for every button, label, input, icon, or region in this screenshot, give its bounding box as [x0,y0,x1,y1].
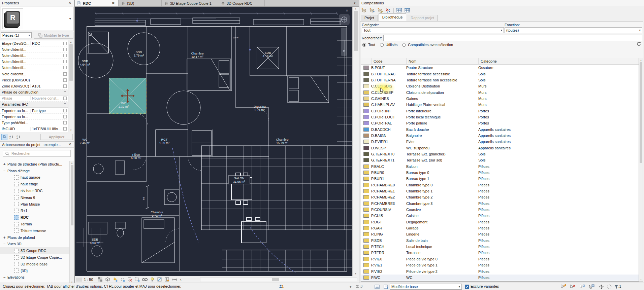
tree-item[interactable]: +Plans de structure (Plan structu... [0,161,69,168]
visual-style-icon[interactable] [97,277,104,282]
collapse-chevron-icon[interactable]: ^^ [64,90,68,94]
tree-item[interactable]: 3D Coupe RDC [0,247,69,254]
refresh-icon[interactable] [637,42,641,47]
composition-row[interactable]: C.CLOISSEPCloisons de séparationMurs [361,89,639,95]
background-process-icon[interactable] [606,284,612,289]
scrollbar-thumb[interactable] [354,11,358,51]
collapse-chevron-icon[interactable]: ^^ [64,103,68,106]
associate-parameter-box[interactable] [63,60,67,63]
associate-parameter-box[interactable] [63,97,67,100]
property-row[interactable]: IfcGUID1cFFB9UHH8Iv... [0,126,68,132]
select-by-face-icon[interactable] [589,284,595,289]
modify-type-button[interactable]: Modifier le type [34,32,73,39]
composition-row[interactable]: P.LINGLingeriePièces [361,231,639,237]
view-tab-rdc[interactable]: RDC✕ [75,0,119,6]
radio-utilises[interactable] [380,43,384,47]
composition-row[interactable]: P.VIE2Pièce de vie type 2Pièces [361,268,639,274]
tab-overflow-icon[interactable]: ▼ [353,0,359,6]
composition-row[interactable]: C.PORTINTPorte intérieurePortes [361,108,639,114]
associate-parameter-box[interactable] [63,109,67,112]
category-combo[interactable]: Tout ▾ [362,27,504,33]
navigation-wheel-icon[interactable] [339,14,350,25]
associate-parameter-box[interactable] [63,78,67,82]
tree-expander-icon[interactable]: − [3,169,7,173]
crop-off-icon[interactable] [126,277,134,282]
worksets-dropdown-icon[interactable]: ▾ [350,285,352,289]
navigation-bar[interactable] [341,28,347,56]
composition-row[interactable]: P.BUR0Bureau type 0Pièces [361,170,639,176]
property-value[interactable]: 1cFFB9UHH8Iv... [30,127,63,131]
associate-parameter-box[interactable] [63,42,67,45]
associate-parameter-box[interactable] [63,121,67,124]
remove-assignment-button[interactable] [384,7,392,14]
close-icon[interactable]: ✕ [111,1,116,5]
property-value[interactable]: A101 [30,84,63,88]
composition-row[interactable]: C.CLOISDISCloisons DistributionMurs [361,83,639,89]
tree-item[interactable]: {3D} [0,267,69,274]
associate-parameter-box[interactable] [63,48,67,51]
selected-room[interactable] [109,78,146,114]
property-row[interactable]: Exporter au fo...Par type [0,108,68,114]
property-row[interactable]: Note d'identif... [0,52,68,59]
tree-item[interactable]: Niveau 6 [0,194,69,201]
sort-ascending-button[interactable]: AZ [8,134,14,140]
chevron-down-icon[interactable]: ▾ [69,16,71,21]
table-scrollbar[interactable]: ▲ ▼ [639,58,643,282]
composition-row[interactable]: P.GARGaragePièces [361,225,639,231]
composition-row[interactable]: P.COURSIVCoursivePièces [361,207,639,213]
table-view-button[interactable] [395,7,403,14]
function-combo[interactable]: (toutes) ▾ [505,27,642,33]
property-row[interactable]: Note d'identif... [0,46,68,52]
close-icon[interactable]: ✕ [68,1,72,5]
associate-parameter-box[interactable] [63,54,67,57]
composition-row[interactable]: P.VIE0Pièce de vie type 0Pièces [361,256,639,262]
associate-parameter-box[interactable] [63,115,67,118]
apply-button[interactable]: Appliquer [40,134,73,140]
close-icon[interactable]: ✕ [345,9,349,12]
tree-expander-icon[interactable]: + [3,235,7,240]
composition-row[interactable]: P.TECHLocal techniquePièces [361,244,639,250]
drawing-area[interactable]: 68 gaine SDB4.64 m²SDB3.79 m²Chambre12.1… [75,7,352,276]
sun-path-icon[interactable] [119,277,126,282]
property-section-header[interactable]: Paramètres IFC^^ [0,102,68,108]
associate-parameter-box[interactable] [63,127,67,131]
property-row[interactable]: Note d'identif... [0,71,68,77]
element-filter-combo[interactable]: Pièces (1) ▾ [1,32,32,38]
analytical-model-icon[interactable] [156,277,163,282]
tree-item[interactable]: Toiture terrasse [0,227,69,234]
properties-scrollbar[interactable]: ▲ ▼ [68,40,73,132]
browser-scrollbar[interactable]: ▲ ▼ [69,161,74,284]
composition-row[interactable]: P.CHAMBRE1Chambre type 1Pièces [361,188,639,194]
sort-default-button[interactable] [1,134,7,140]
scroll-down-icon[interactable]: ▼ [640,277,642,281]
tree-item[interactable]: Plan Masse [0,201,69,208]
composition-row[interactable]: C.HABILPLAVHabillage Platre verticalMurs [361,102,639,108]
tab-bibliotheque[interactable]: Bibliothèque [379,13,407,21]
sort-descending-button[interactable]: ZA [15,134,22,140]
property-row[interactable]: PhaseNouvelle const... [0,96,68,102]
horizontal-scrollbar[interactable] [200,277,357,282]
composition-row[interactable]: B.TOITTERNAToiture terrasse non accessib… [361,77,639,83]
property-row[interactable]: Pièce (DeviSOC) [0,77,68,83]
reveal-hidden-icon[interactable] [141,277,149,282]
tree-expander-icon[interactable]: + [3,162,7,166]
worksharing-display-icon[interactable] [163,277,171,282]
property-row[interactable]: Etage (DeviSO...RDC [0,40,68,46]
tree-expander-icon[interactable]: − [3,275,7,279]
tree-item[interactable]: +Plans de plafond [0,234,69,241]
composition-row[interactable]: D.EVIER1EvierAppareils sanitaires [361,139,639,145]
type-selector[interactable]: R ▾ [1,7,73,31]
property-value[interactable]: RDC [30,41,63,45]
tree-item[interactable]: −Plans d'étage [0,168,69,174]
close-icon[interactable]: ✕ [68,142,72,147]
composition-row[interactable]: P.SDBSalle de bainPièces [361,238,639,244]
nom-column-header[interactable]: Nom [406,58,478,64]
library-search-input[interactable] [383,35,642,41]
scrollbar-thumb[interactable] [640,62,642,163]
code-column-header[interactable]: Code [371,58,406,64]
tree-item[interactable]: 3D modele base [0,261,69,267]
browser-search-box[interactable]: Rechercher [3,150,71,157]
associate-parameter-box[interactable] [63,66,67,69]
tree-item[interactable]: haut garage [0,174,69,181]
composition-row[interactable]: D.WCSPWC suspenduAppareils sanitaires [361,145,639,151]
